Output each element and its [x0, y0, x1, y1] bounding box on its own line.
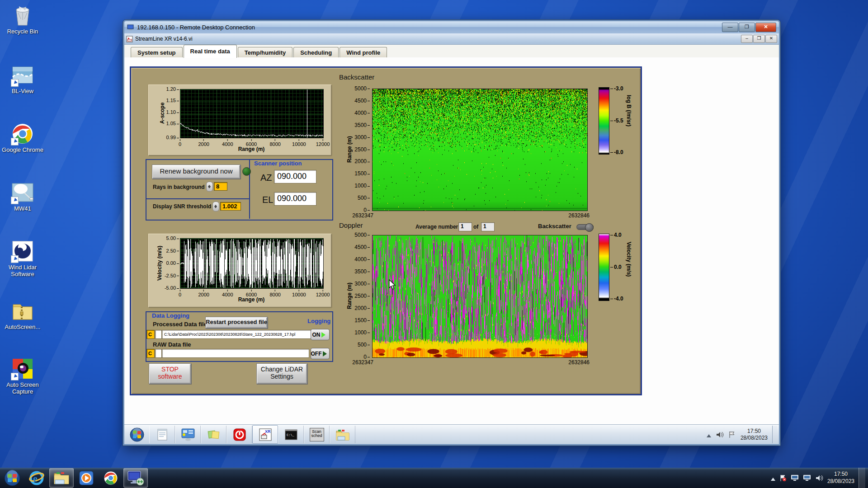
processed-path-field[interactable]: C:\Lidar\Data\Proc\2023\202308\20230828\…	[162, 330, 311, 339]
taskbar-chrome[interactable]	[99, 469, 123, 487]
shortcut-arrow-icon	[11, 197, 19, 204]
desktop-icon-recycle-bin[interactable]: Recycle Bin	[0, 4, 45, 35]
el-field[interactable]: 090.000	[274, 192, 316, 206]
speaker-icon[interactable]	[815, 474, 823, 482]
desktop-icon-auto-screen-capture[interactable]: Auto Screen Capture	[0, 357, 45, 395]
stop-software-button[interactable]: STOP software	[149, 363, 191, 384]
snr-spinner[interactable]	[212, 202, 219, 211]
velocity-yticks: 5.002.500.00-2.50-5.00	[164, 238, 179, 288]
processed-drive-selector[interactable]: C	[146, 330, 155, 339]
taskbar-windows-explorer[interactable]	[49, 468, 74, 488]
tick-label: -4.0	[610, 296, 623, 302]
network-icon[interactable]	[803, 474, 811, 481]
az-label: AZ	[260, 173, 272, 183]
tab-scheduling[interactable]: Scheduling	[293, 47, 339, 58]
logging-off-button[interactable]: OFF	[311, 348, 330, 359]
raw-path-field[interactable]	[162, 349, 309, 358]
remote-tray: 17:50 28/08/2023	[707, 426, 779, 443]
desktop-icon-label: MW41	[0, 206, 45, 212]
processed-browse-icon[interactable]	[155, 330, 162, 339]
remote-clock[interactable]: 17:50 28/08/2023	[741, 428, 768, 441]
taskbar-remote-desktop[interactable]	[123, 468, 148, 488]
desktop-icon-google-chrome[interactable]: Google Chrome	[0, 122, 45, 154]
average-number-field[interactable]: 1	[458, 222, 472, 231]
tab-real-time-data[interactable]: Real time data	[184, 45, 237, 58]
backscatter-toggle[interactable]	[576, 224, 594, 230]
tick-label: 3500	[354, 122, 370, 128]
show-desktop-button[interactable]	[859, 468, 865, 488]
taskbar-internet-explorer[interactable]: e	[25, 469, 48, 487]
explorer-folder-icon	[53, 471, 70, 485]
remote-taskbar-stop-power[interactable]	[226, 426, 252, 443]
sticky-notes-icon	[207, 428, 221, 441]
app-close-button[interactable]: ✕	[765, 35, 777, 43]
taskbar: e 17:50 28/08/2023	[0, 468, 868, 488]
remote-clock-time: 17:50	[741, 428, 768, 435]
raw-drive-selector[interactable]: C	[146, 349, 155, 358]
app-restore-button[interactable]: ❐	[753, 35, 765, 43]
rdp-titlebar[interactable]: 192.168.0.150 - Remote Desktop Connectio…	[124, 21, 779, 33]
remote-taskbar-display-settings[interactable]	[175, 426, 201, 443]
desktop-icon-mw41[interactable]: MW41	[0, 181, 45, 212]
rdp-maximize-button[interactable]: ❐	[739, 23, 755, 32]
app-minimize-button[interactable]: –	[741, 35, 753, 43]
desktop-icon-wind-lidar[interactable]: Wind Lidar Software	[0, 239, 45, 278]
tick-label: 1.05	[166, 121, 179, 126]
hdd-monitor-icon[interactable]	[791, 474, 799, 481]
desktop-icon-bl-view[interactable]: BL-View	[0, 63, 45, 95]
remote-show-desktop-button[interactable]	[772, 426, 777, 443]
tick-label: 1.15	[166, 98, 179, 103]
screen: Recycle Bin BL-View Google Chrome MW41 W…	[0, 0, 868, 488]
desktop-icon-autoscreen-zip[interactable]: AutoScreen...	[0, 299, 45, 331]
logging-on-button[interactable]: ON	[311, 329, 330, 340]
tick-label: 2.50	[166, 248, 179, 253]
tab-strip: System setup Real time data Temp/humidit…	[124, 45, 779, 58]
raw-browse-icon[interactable]	[155, 349, 162, 358]
start-button[interactable]	[0, 469, 24, 487]
internet-explorer-icon: e	[28, 470, 45, 486]
tick-label: -2.50	[165, 273, 179, 278]
az-field[interactable]: 090.000	[274, 170, 316, 183]
renew-background-button[interactable]: Renew background now	[152, 164, 241, 179]
ascope-xticks: 020004000600080001000012000	[180, 138, 323, 145]
remote-taskbar-notepad[interactable]	[149, 426, 175, 443]
velocity-xticks: 020004000600080001000012000	[180, 288, 323, 296]
notepad-icon	[156, 428, 169, 441]
app-title: StreamLine XR v14-6.vi	[135, 36, 741, 42]
remote-taskbar-sticky-notes[interactable]	[201, 426, 226, 443]
velocity-plot	[180, 238, 324, 289]
change-lidar-settings-button[interactable]: Change LiDAR Settings	[256, 363, 307, 384]
tick-label: -5.00	[165, 285, 179, 291]
doppler-ylabel: Range (m)	[346, 235, 353, 357]
remote-speaker-icon[interactable]	[716, 431, 724, 438]
app-titlebar[interactable]: StreamLine XR v14-6.vi – ❐ ✕	[124, 33, 779, 45]
tab-temp-humidity[interactable]: Temp/humidity	[238, 47, 292, 58]
doppler-x-left: 2632347	[344, 359, 373, 366]
off-led-icon	[323, 351, 330, 357]
rdp-close-button[interactable]: ✕	[755, 23, 776, 32]
remote-flag-icon[interactable]	[728, 431, 736, 438]
snr-value[interactable]: 1.002	[220, 202, 241, 211]
tab-system-setup[interactable]: System setup	[131, 47, 183, 58]
restart-processed-file-button[interactable]: Restart processed file	[205, 317, 268, 328]
off-label: OFF	[311, 351, 322, 357]
command-prompt-icon: C:\_	[284, 428, 298, 441]
action-center-flag-icon[interactable]	[779, 474, 787, 482]
remote-taskbar-scan-sched[interactable]: Scan sched	[304, 426, 330, 443]
tray-expand-icon[interactable]	[771, 475, 775, 481]
remote-start-button[interactable]	[124, 426, 149, 443]
remote-tray-expand-icon[interactable]	[707, 432, 711, 437]
taskbar-clock[interactable]: 17:50 28/08/2023	[827, 471, 854, 485]
desktop-icon-label: AutoScreen...	[0, 324, 45, 331]
rays-value[interactable]: 8	[214, 182, 227, 191]
rays-spinner[interactable]	[206, 182, 213, 192]
remote-taskbar-command-prompt[interactable]: C:\_	[278, 426, 304, 443]
average-total-field[interactable]: 1	[481, 222, 495, 231]
tick-label: 2500	[354, 293, 370, 299]
taskbar-media-player[interactable]	[75, 469, 98, 487]
tick-label: -5.5	[610, 117, 623, 124]
remote-taskbar-xr-app[interactable]: XR	[252, 425, 278, 444]
rdp-minimize-button[interactable]: —	[722, 23, 738, 32]
tab-wind-profile[interactable]: Wind profile	[340, 47, 387, 58]
remote-taskbar-folder[interactable]	[330, 426, 355, 443]
